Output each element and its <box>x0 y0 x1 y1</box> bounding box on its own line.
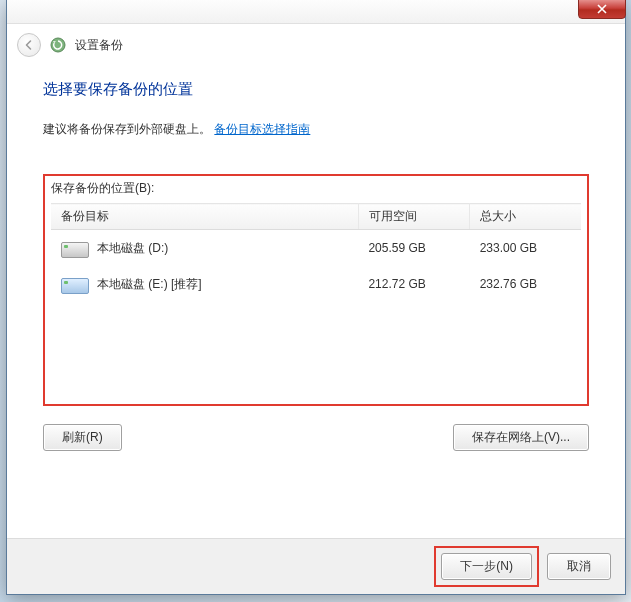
next-button[interactable]: 下一步(N) <box>441 553 532 580</box>
drive-icon <box>61 238 87 258</box>
drive-list-highlight: 保存备份的位置(B): 备份目标 可用空间 总大小 本地磁盘 (D:) 205.… <box>43 174 589 406</box>
drive-total: 232.76 GB <box>470 266 581 302</box>
drive-free: 212.72 GB <box>358 266 469 302</box>
content-area: 选择要保存备份的位置 建议将备份保存到外部硬盘上。 备份目标选择指南 保存备份的… <box>7 66 625 406</box>
mid-button-row: 刷新(R) 保存在网络上(V)... <box>7 424 625 451</box>
col-target[interactable]: 备份目标 <box>51 204 358 230</box>
drive-free: 205.59 GB <box>358 230 469 267</box>
titlebar <box>7 0 625 24</box>
col-total[interactable]: 总大小 <box>470 204 581 230</box>
save-network-button[interactable]: 保存在网络上(V)... <box>453 424 589 451</box>
table-row[interactable]: 本地磁盘 (D:) 205.59 GB 233.00 GB <box>51 230 581 267</box>
wizard-header: 设置备份 <box>7 24 625 66</box>
back-button[interactable] <box>17 33 41 57</box>
backup-wizard-window: 设置备份 选择要保存备份的位置 建议将备份保存到外部硬盘上。 备份目标选择指南 … <box>6 0 626 595</box>
backup-icon <box>49 36 67 54</box>
hint-link[interactable]: 备份目标选择指南 <box>214 122 310 136</box>
page-heading: 选择要保存备份的位置 <box>43 80 589 99</box>
hint-row: 建议将备份保存到外部硬盘上。 备份目标选择指南 <box>43 121 589 138</box>
table-row[interactable]: 本地磁盘 (E:) [推荐] 212.72 GB 232.76 GB <box>51 266 581 302</box>
back-arrow-icon <box>23 39 35 51</box>
col-free[interactable]: 可用空间 <box>358 204 469 230</box>
save-location-label: 保存备份的位置(B): <box>51 180 581 197</box>
cancel-button[interactable]: 取消 <box>547 553 611 580</box>
close-button[interactable] <box>578 0 626 19</box>
refresh-button[interactable]: 刷新(R) <box>43 424 122 451</box>
drive-icon <box>61 274 87 294</box>
footer: 下一步(N) 取消 <box>7 538 625 594</box>
drive-name: 本地磁盘 (E:) [推荐] <box>97 276 202 293</box>
drive-name: 本地磁盘 (D:) <box>97 240 168 257</box>
hint-text: 建议将备份保存到外部硬盘上。 <box>43 122 211 136</box>
header-title: 设置备份 <box>75 37 123 54</box>
next-button-highlight: 下一步(N) <box>434 546 539 587</box>
drive-total: 233.00 GB <box>470 230 581 267</box>
close-icon <box>597 4 607 14</box>
drive-table: 备份目标 可用空间 总大小 本地磁盘 (D:) 205.59 GB 233.00… <box>51 203 581 302</box>
